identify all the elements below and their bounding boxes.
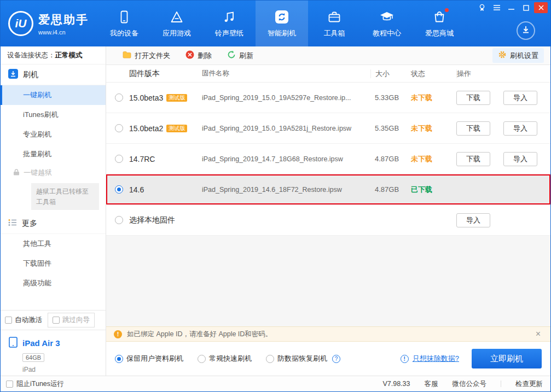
- firmware-table-header: 固件版本 固件名称 大小 状态 操作: [106, 65, 550, 83]
- option-keep-user-data[interactable]: 保留用户资料刷机: [115, 354, 183, 364]
- minimize-icon[interactable]: [504, 2, 518, 13]
- lock-icon: [13, 168, 20, 177]
- delete-button[interactable]: 删除: [185, 50, 212, 61]
- menu-icon[interactable]: [490, 2, 503, 13]
- import-button[interactable]: 导入: [503, 121, 537, 136]
- notification-dot: [445, 8, 449, 12]
- warning-icon: !: [114, 330, 122, 338]
- sidebar: 设备连接状态：正常模式 刷机 一键刷机 iTunes刷机 专业刷机 批量刷机 一…: [1, 46, 106, 376]
- download-arrow-icon: [521, 25, 530, 36]
- jailbreak-note: 越狱工具已转移至工具箱: [31, 183, 99, 210]
- status-badge: 未下载: [407, 154, 456, 164]
- nav-i4-mall[interactable]: 爱思商城: [413, 1, 466, 46]
- app-title: 爱思助手: [38, 12, 89, 27]
- radio-button[interactable]: [115, 124, 123, 132]
- header-status: 状态: [407, 69, 456, 79]
- firmware-version: 14.6: [129, 185, 144, 194]
- firmware-row[interactable]: 15.0beta3测试版 iPad_Spring_2019_15.0_19A52…: [106, 83, 550, 113]
- folder-icon: [123, 51, 131, 60]
- graduation-cap-icon: [379, 9, 395, 25]
- firmware-name: iPad_Spring_2019_15.0_19A5281j_Restore.i…: [202, 125, 370, 132]
- help-icon[interactable]: ?: [332, 355, 340, 363]
- open-folder-button[interactable]: 打开文件夹: [123, 51, 170, 61]
- sidebar-item-jailbreak[interactable]: 一键越狱: [1, 164, 106, 182]
- firmware-size: 5.35GB: [370, 124, 407, 132]
- auto-activate-checkbox[interactable]: 自动激活: [5, 315, 42, 325]
- nav-ringtones-wallpapers[interactable]: 铃声壁纸: [203, 1, 256, 46]
- download-button[interactable]: 下载: [456, 152, 490, 166]
- erase-data-link[interactable]: 只想抹除数据?: [413, 354, 459, 364]
- option-quick-flash[interactable]: 常规快速刷机: [198, 354, 252, 364]
- main-nav: 我的设备 应用游戏 铃声壁纸 智能刷机: [98, 1, 466, 46]
- flash-options-bar: 保留用户资料刷机 常规快速刷机 防数据恢复刷机 ? ! 只想抹除数据? 立即刷机: [106, 342, 550, 376]
- sidebar-item-download-firmware[interactable]: 下载固件: [1, 254, 106, 273]
- import-button[interactable]: 导入: [456, 213, 490, 227]
- version-label: V7.98.33: [382, 380, 410, 388]
- status-badge: 已下载: [407, 185, 456, 195]
- download-button[interactable]: 下载: [456, 121, 490, 136]
- radio-button[interactable]: [115, 216, 123, 224]
- more-list-icon: [8, 219, 17, 228]
- notice-close-icon[interactable]: ×: [533, 329, 543, 339]
- status-badge: 未下载: [407, 124, 456, 133]
- app-logo: iU 爱思助手 www.i4.cn: [1, 1, 98, 46]
- header-firmware-version: 固件版本: [129, 69, 202, 79]
- firmware-name: iPad_Spring_2019_15.0_19A5297e_Restore.i…: [202, 94, 370, 102]
- firmware-size: 4.87GB: [370, 155, 407, 163]
- sidebar-item-pro-flash[interactable]: 专业刷机: [1, 125, 106, 144]
- wechat-account-link[interactable]: 微信公众号: [453, 379, 487, 389]
- sidebar-item-one-click-flash[interactable]: 一键刷机: [1, 85, 106, 105]
- customer-service-link[interactable]: 客服: [425, 379, 438, 389]
- flash-settings-button[interactable]: 刷机设置: [492, 48, 544, 63]
- local-firmware-row[interactable]: 选择本地固件 导入: [106, 205, 550, 236]
- firmware-toolbar: 打开文件夹 删除 刷新: [106, 46, 550, 65]
- import-button[interactable]: 导入: [503, 91, 537, 105]
- delete-icon: [185, 50, 194, 61]
- download-manager-button[interactable]: [517, 21, 535, 40]
- firmware-size: 4.87GB: [370, 185, 407, 194]
- toolbox-icon: [327, 9, 341, 25]
- sidebar-item-batch-flash[interactable]: 批量刷机: [1, 144, 106, 164]
- logo-mark-icon: iU: [8, 11, 33, 36]
- nav-smart-flash[interactable]: 智能刷机: [256, 1, 308, 46]
- nav-toolbox[interactable]: 工具箱: [308, 1, 361, 46]
- apps-icon: [170, 9, 184, 25]
- sidebar-checkboxes: 自动激活 跳过向导: [1, 310, 106, 330]
- skip-wizard-checkbox[interactable]: 跳过向导: [48, 313, 95, 327]
- flash-section-icon: [8, 69, 18, 80]
- option-anti-recovery-flash[interactable]: 防数据恢复刷机 ?: [266, 354, 340, 364]
- flash-now-button[interactable]: 立即刷机: [472, 349, 542, 368]
- maximize-icon[interactable]: [519, 2, 533, 13]
- window-controls: [475, 2, 548, 13]
- radio-button[interactable]: [115, 155, 123, 163]
- radio-button: [115, 355, 123, 363]
- firmware-row-selected[interactable]: 14.6 iPad_Spring_2019_14.6_18F72_Restore…: [106, 174, 550, 205]
- firmware-row[interactable]: 14.7RC iPad_Spring_2019_14.7_18G68_Resto…: [106, 144, 550, 174]
- radio-button[interactable]: [115, 185, 123, 194]
- main-content: 打开文件夹 删除 刷新: [106, 46, 550, 376]
- device-model: iPad: [22, 366, 98, 373]
- radio-button[interactable]: [115, 93, 123, 102]
- firmware-name: iPad_Spring_2019_14.6_18F72_Restore.ipsw: [202, 186, 370, 194]
- sidebar-item-advanced-features[interactable]: 高级功能: [1, 273, 106, 293]
- close-icon[interactable]: [534, 2, 548, 13]
- info-icon: !: [401, 355, 409, 363]
- app-url: www.i4.cn: [38, 29, 89, 36]
- nav-tutorial-center[interactable]: 教程中心: [361, 1, 413, 46]
- gear-icon: [498, 50, 507, 61]
- download-button[interactable]: 下载: [456, 91, 490, 105]
- device-capacity-badge: 64GB: [22, 353, 44, 362]
- flash-refresh-icon: [274, 9, 289, 25]
- import-button[interactable]: 导入: [503, 152, 537, 166]
- block-itunes-checkbox[interactable]: 阻止iTunes运行: [6, 379, 64, 389]
- apple-id-notice: ! 如已绑定 Apple ID，请准备好 Apple ID和密码。 ×: [106, 326, 550, 342]
- pin-icon[interactable]: [475, 2, 489, 13]
- refresh-button[interactable]: 刷新: [227, 50, 253, 61]
- sidebar-item-other-tools[interactable]: 其他工具: [1, 234, 106, 254]
- firmware-row[interactable]: 15.0beta2测试版 iPad_Spring_2019_15.0_19A52…: [106, 113, 550, 144]
- check-update-link[interactable]: 检查更新: [515, 379, 543, 389]
- nav-apps-games[interactable]: 应用游戏: [150, 1, 203, 46]
- nav-my-devices[interactable]: 我的设备: [98, 1, 150, 46]
- connected-device-info: iPad Air 3 64GB iPad: [1, 330, 106, 376]
- sidebar-item-itunes-flash[interactable]: iTunes刷机: [1, 105, 106, 125]
